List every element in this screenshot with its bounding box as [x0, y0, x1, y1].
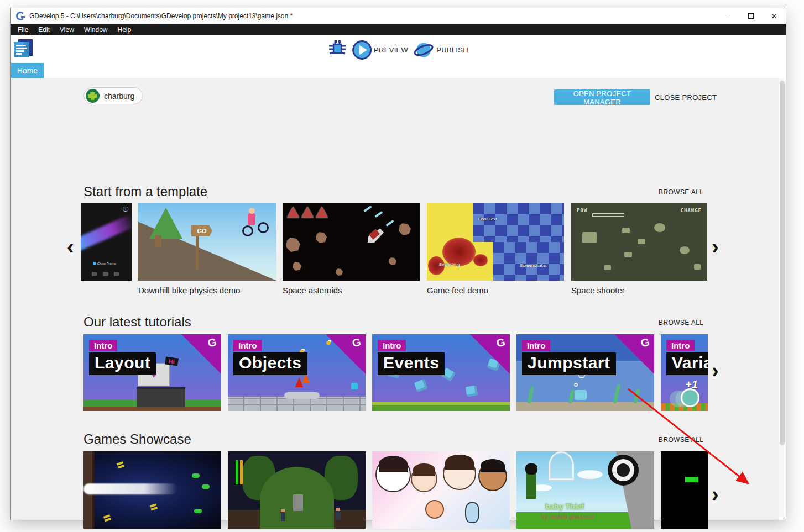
tutorial-card-objects[interactable]: G Intro Objects: [228, 334, 366, 411]
showcase-next-arrow[interactable]: ›: [712, 487, 719, 502]
tutorial-card-jumpstart[interactable]: G Intro Jumpstart: [516, 334, 654, 411]
laser-beam-art: [83, 483, 177, 494]
project-manager-button[interactable]: [14, 39, 35, 60]
publish-button[interactable]: PUBLISH: [414, 40, 468, 60]
template-caption: Space shooter: [571, 286, 625, 295]
tutorials-browse-all[interactable]: BROWSE ALL: [659, 319, 703, 326]
debug-button[interactable]: [328, 39, 347, 61]
show-frame-label: Show Frame: [97, 262, 116, 265]
comet-particle-art: [81, 214, 132, 255]
home-page: charburg OPEN PROJECT MANAGER CLOSE PROJ…: [11, 78, 786, 520]
toolbar: PREVIEW PUBLISH: [11, 35, 786, 63]
template-caption: Game feel demo: [427, 286, 488, 295]
templates-prev-arrow[interactable]: ‹: [67, 239, 74, 255]
template-caption: Downhill bike physics demo: [138, 286, 240, 295]
title-bar: GDevelop 5 - C:\Users\charburg\Documents…: [11, 8, 786, 24]
scrollbar-track[interactable]: [779, 78, 786, 520]
tab-home[interactable]: Home: [11, 63, 44, 78]
menu-window[interactable]: Window: [79, 26, 113, 34]
scrollbar-thumb[interactable]: [780, 81, 785, 445]
pixel-ship-art: [582, 232, 597, 243]
pow-label: POW: [577, 208, 587, 213]
youtube-mini-icon: [92, 272, 97, 276]
showcase-browse-all[interactable]: BROWSE ALL: [659, 436, 703, 444]
tab-bar: Home: [11, 63, 786, 78]
menu-file[interactable]: File: [13, 26, 33, 34]
window-title: GDevelop 5 - C:\Users\charburg\Documents…: [29, 12, 293, 20]
green-brick-art: [685, 477, 698, 482]
screenshake-label: Screenshake.: [520, 263, 547, 268]
baby-thief-author-art: by mahdi ghasemi: [541, 513, 594, 520]
showcase-card-floresia[interactable]: [228, 451, 366, 529]
birdcage-art: [549, 451, 574, 480]
menu-edit[interactable]: Edit: [33, 26, 55, 34]
user-account-chip[interactable]: charburg: [83, 87, 143, 104]
asteroid-art: [286, 238, 300, 252]
templates-next-arrow[interactable]: ›: [712, 239, 719, 255]
baby-thief-title-art: baby Thief: [545, 502, 584, 511]
username: charburg: [104, 92, 134, 101]
everything-label: Everything: [439, 262, 460, 267]
close-icon: ✕: [771, 12, 777, 20]
maximize-icon: [748, 13, 754, 19]
showcase-card-brick-drop[interactable]: [661, 451, 708, 529]
minimize-button[interactable]: –: [716, 8, 739, 24]
ghost-character-art: [681, 388, 699, 407]
template-card-game-feel[interactable]: Float Text Everything Screenshake.: [427, 203, 564, 281]
user-avatar: [86, 89, 100, 103]
change-label: CHANGE: [680, 208, 702, 213]
close-button[interactable]: ✕: [763, 8, 786, 24]
template-card-space-shooter[interactable]: POW CHANGE: [571, 203, 707, 281]
publish-label: PUBLISH: [436, 46, 468, 54]
gdevelop-window: GDevelop 5 - C:\Users\charburg\Documents…: [10, 8, 786, 520]
tutorial-card-variables-clipped[interactable]: +1 Intro Variab: [661, 334, 708, 411]
menu-view[interactable]: View: [55, 26, 79, 34]
tutorial-card-layout[interactable]: ♥ Hi G Intro Layout: [83, 334, 221, 411]
window-controls: – ✕: [716, 8, 786, 24]
template-caption: Space asteroids: [283, 286, 342, 295]
go-sign: GO: [191, 225, 212, 236]
showcase-card-blazing-inferno[interactable]: [83, 451, 221, 529]
pine-tree-art: [149, 208, 182, 239]
tutorial-card-events[interactable]: G Intro Events: [372, 334, 510, 411]
templates-browse-all[interactable]: BROWSE ALL: [659, 188, 703, 196]
preview-label: PREVIEW: [374, 46, 408, 54]
fish-art: [575, 390, 587, 400]
gdevelop-logo-icon: [16, 12, 25, 20]
preview-button[interactable]: PREVIEW: [352, 40, 408, 60]
publish-planet-icon: [414, 40, 434, 60]
web-mini-icon: [114, 272, 119, 276]
float-text-label: Float Text: [478, 217, 497, 222]
twitter-mini-icon: [103, 272, 108, 276]
template-card-partial[interactable]: ⓘ Show Frame: [81, 203, 132, 281]
tutorials-next-arrow[interactable]: ›: [712, 363, 719, 378]
templates-section-title: Start from a template: [83, 184, 207, 199]
show-frame-checkbox: [93, 262, 96, 265]
showcase-card-baby-thief[interactable]: baby Thief by mahdi ghasemi: [516, 451, 654, 529]
maximize-button[interactable]: [739, 8, 763, 24]
thief-character-art: [526, 473, 536, 499]
plus-one-label: +1: [685, 378, 698, 391]
cyclist-art: [248, 213, 255, 225]
open-project-manager-button[interactable]: OPEN PROJECT MANAGER: [554, 89, 650, 105]
health-bar-art: [592, 213, 624, 217]
preview-play-icon: [352, 40, 372, 60]
hi-tag: Hi: [165, 356, 179, 366]
close-project-button[interactable]: CLOSE PROJECT: [655, 89, 717, 105]
info-icon: ⓘ: [123, 206, 128, 213]
showcase-section-title: Games Showcase: [83, 431, 191, 447]
template-card-space-asteroids[interactable]: [283, 203, 420, 281]
showcase-card-baby-idol[interactable]: [372, 451, 510, 529]
minimize-icon: –: [725, 12, 729, 20]
menu-bar: File Edit View Window Help: [11, 24, 786, 35]
health-bars-art: [236, 460, 238, 484]
menu-help[interactable]: Help: [113, 26, 137, 34]
debug-bug-icon: [328, 39, 347, 59]
tutorials-section-title: Our latest tutorials: [83, 314, 191, 330]
template-card-downhill-bike[interactable]: GO: [138, 203, 276, 281]
